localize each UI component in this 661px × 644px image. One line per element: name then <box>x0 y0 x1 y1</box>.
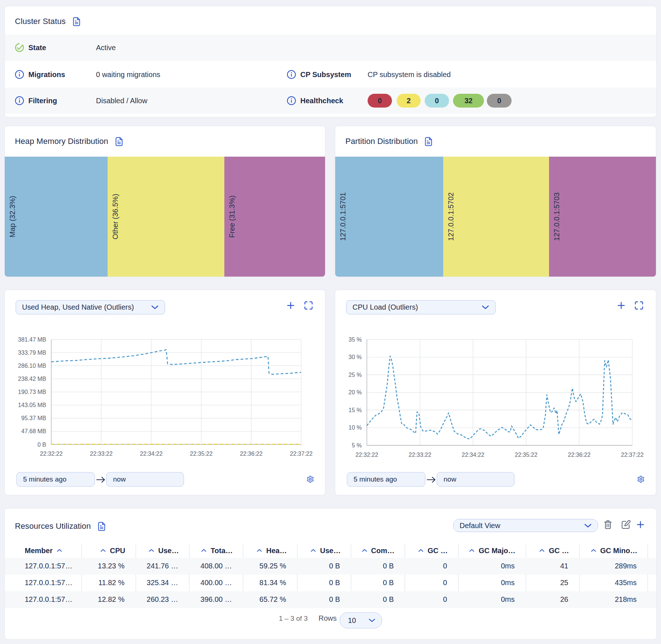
svg-text:5 %: 5 % <box>352 442 362 448</box>
svg-text:143.05 MB: 143.05 MB <box>18 402 46 408</box>
svg-text:10 %: 10 % <box>349 424 362 431</box>
svg-text:22:32:22: 22:32:22 <box>40 451 63 457</box>
svg-text:22:35:22: 22:35:22 <box>190 451 212 457</box>
svg-text:0 B: 0 B <box>37 442 46 448</box>
svg-text:22:34:22: 22:34:22 <box>462 452 484 458</box>
svg-text:20 %: 20 % <box>349 389 362 395</box>
svg-text:22:36:22: 22:36:22 <box>568 452 590 458</box>
svg-text:22:34:22: 22:34:22 <box>140 451 163 457</box>
svg-text:238.42 MB: 238.42 MB <box>18 376 46 382</box>
svg-text:333.79 MB: 333.79 MB <box>18 350 46 356</box>
svg-text:47.68 MB: 47.68 MB <box>21 428 46 434</box>
svg-text:190.73 MB: 190.73 MB <box>18 389 46 395</box>
svg-text:22:37:22: 22:37:22 <box>290 451 312 457</box>
svg-text:35 %: 35 % <box>349 337 362 343</box>
svg-text:22:36:22: 22:36:22 <box>240 451 263 457</box>
svg-text:95.37 MB: 95.37 MB <box>21 415 46 421</box>
svg-text:22:35:22: 22:35:22 <box>515 452 537 458</box>
svg-text:22:33:22: 22:33:22 <box>90 451 112 457</box>
svg-text:22:33:22: 22:33:22 <box>409 452 431 458</box>
svg-text:286.10 MB: 286.10 MB <box>18 363 46 369</box>
svg-text:22:37:22: 22:37:22 <box>621 452 644 458</box>
svg-text:25 %: 25 % <box>349 372 362 378</box>
svg-text:30 %: 30 % <box>349 354 362 360</box>
svg-text:15 %: 15 % <box>349 407 362 413</box>
svg-text:22:32:22: 22:32:22 <box>356 452 378 458</box>
svg-text:381.47 MB: 381.47 MB <box>18 337 46 343</box>
